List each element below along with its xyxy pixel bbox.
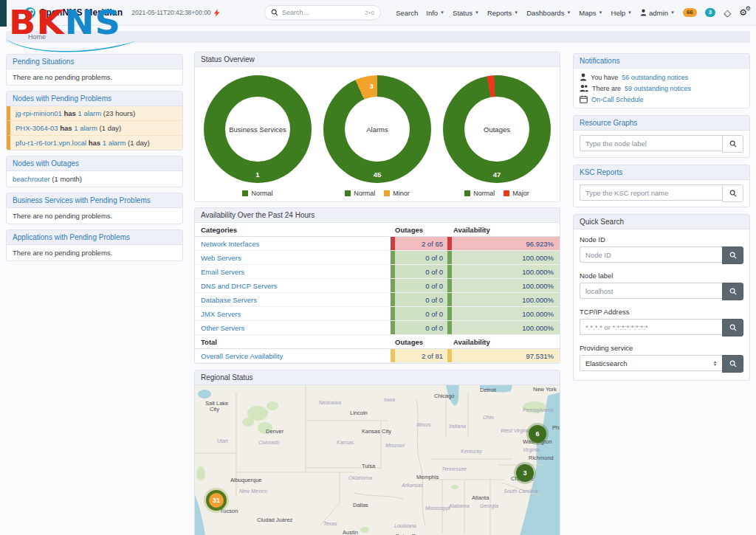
map-label: Atlanta xyxy=(472,494,489,501)
quick-search-button[interactable] xyxy=(722,246,743,264)
panel-title[interactable]: Nodes with Outages xyxy=(7,156,182,171)
map-marker-3[interactable]: 3 xyxy=(516,464,534,482)
user-icon xyxy=(640,9,647,16)
breadcrumb: Home xyxy=(6,31,750,43)
map-marker-6[interactable]: 6 xyxy=(529,425,546,443)
category-link[interactable]: Web Servers xyxy=(201,254,241,262)
quick-search-button[interactable] xyxy=(722,283,743,300)
global-search-input[interactable]: Search... 2+0 xyxy=(264,5,381,20)
map-state-label: Tennessee xyxy=(441,466,467,472)
panel-title[interactable]: Nodes with Pending Problems xyxy=(7,92,182,106)
availability-availability-cell: Availability xyxy=(447,223,560,236)
availability-category: Overall Service Availability xyxy=(195,349,391,362)
resource-graphs-input[interactable] xyxy=(580,135,722,151)
panel-title[interactable]: Business Services with Pending Problems xyxy=(7,193,182,208)
donut-value: 1 xyxy=(204,170,312,179)
node-link[interactable]: PHX-3064-03 xyxy=(16,124,58,132)
donut-outages[interactable]: Outages47 xyxy=(443,75,551,183)
notification-row: You have 56 outstanding notices xyxy=(574,72,749,83)
availability-outages-cell: 2 of 65 xyxy=(391,237,447,250)
ksc-reports-search-button[interactable] xyxy=(722,184,743,202)
providing-service-select[interactable]: Elasticsearch▲▼ xyxy=(580,355,722,371)
region-map[interactable]: Salt LakeCityDenverLincolnKansas CityChi… xyxy=(195,385,560,535)
resource-graphs-title[interactable]: Resource Graphs xyxy=(574,116,749,131)
left-panel-3: Business Services with Pending ProblemsT… xyxy=(6,193,183,224)
map-state-label: South Carolina xyxy=(504,489,537,494)
category-link[interactable]: JMX Servers xyxy=(201,310,241,318)
map-state-label: West Virginia xyxy=(501,428,531,433)
alarm-row: PHX-3064-03 has 1 alarm (1 day) xyxy=(7,121,182,136)
availability-outages-cell: 0 of 0 xyxy=(391,251,447,264)
notification-link[interactable]: 56 outstanding notices xyxy=(622,74,688,81)
notification-badge-2[interactable]: 3 xyxy=(705,8,715,17)
status-overview-panel: Status Overview Business Services1Normal… xyxy=(194,52,560,202)
category-link[interactable]: Other Servers xyxy=(201,324,244,332)
availability-availability-cell: 97.531% xyxy=(447,349,560,362)
map-label: City xyxy=(210,406,219,413)
donut-hole: Business Services xyxy=(225,97,290,162)
nav-item-label: Reports xyxy=(487,9,512,17)
donut-alarms[interactable]: Alarms453 xyxy=(323,75,431,183)
quick-search-input[interactable] xyxy=(580,246,722,263)
availability-row: Web Servers0 of 0100.000% xyxy=(195,251,560,265)
availability-availability-cell: 100.000% xyxy=(447,251,560,264)
map-label: Philadelphia xyxy=(552,424,560,431)
nav-item-reports[interactable]: Reports▼ xyxy=(487,9,518,17)
nav-item-help[interactable]: Help▼ xyxy=(611,9,633,17)
category-link[interactable]: Email Servers xyxy=(201,268,244,276)
legend-item: Normal xyxy=(345,190,375,197)
notification-link[interactable]: On-Call Schedule xyxy=(591,96,644,103)
map-label: Chicago xyxy=(434,393,455,399)
diamond-icon[interactable]: ◇ xyxy=(724,8,731,18)
ksc-reports-title[interactable]: KSC Reports xyxy=(574,165,749,180)
map-label: New York xyxy=(533,386,557,393)
quick-search-input[interactable] xyxy=(580,319,722,335)
nav-item-info[interactable]: Info▼ xyxy=(426,9,444,17)
resource-graphs-search-button[interactable] xyxy=(722,135,743,153)
flash-icon xyxy=(213,9,220,17)
brand[interactable]: OpenNMS Meridian xyxy=(24,7,123,18)
map-state-label: Pennsylvania xyxy=(523,407,554,413)
category-link[interactable]: Overall Service Availability xyxy=(201,352,283,360)
gears-icon[interactable]: ⚙⚙ xyxy=(739,7,747,18)
alarm-link[interactable]: 1 alarm xyxy=(78,109,102,117)
ksc-reports-input[interactable] xyxy=(580,184,722,201)
search-icon xyxy=(729,288,737,295)
nav-item-dashboards[interactable]: Dashboards▼ xyxy=(526,9,571,17)
node-link[interactable]: beachrouter xyxy=(13,175,50,183)
availability-total-row: TotalOutagesAvailability xyxy=(195,335,560,349)
alarm-link[interactable]: 1 alarm xyxy=(74,124,97,132)
node-link[interactable]: pfu-r1-r6-tor1.vpn.local xyxy=(16,139,86,147)
notifications-title[interactable]: Notifications xyxy=(574,54,749,69)
donut-hole: Alarms xyxy=(345,97,410,162)
alarm-link[interactable]: 1 alarm xyxy=(103,139,126,147)
node-link[interactable]: jg-rpi-minion01 xyxy=(16,109,62,117)
category-link[interactable]: Database Servers xyxy=(201,296,257,304)
nav-item-maps[interactable]: Maps▼ xyxy=(579,9,602,17)
map-marker-31[interactable]: 31 xyxy=(206,490,227,511)
notification-link[interactable]: 59 outstanding notices xyxy=(625,85,691,92)
outage-age: (1 month) xyxy=(50,175,82,183)
nav-item-search[interactable]: Search xyxy=(396,9,418,17)
nav-item-status[interactable]: Status▼ xyxy=(453,9,479,17)
breadcrumb-home[interactable]: Home xyxy=(28,33,46,41)
map-state-label: Virginia xyxy=(523,447,540,452)
ksc-reports-panel: KSC Reports xyxy=(573,165,750,207)
nav-item-admin[interactable]: admin▼ xyxy=(640,9,675,17)
notification-badge-1[interactable]: 66 xyxy=(683,8,697,17)
notification-prefix: You have xyxy=(591,74,618,81)
donut-business-services[interactable]: Business Services1 xyxy=(204,75,312,183)
nav-item-label: Status xyxy=(453,9,472,17)
panel-title[interactable]: Applications with Pending Problems xyxy=(7,230,182,245)
quick-search-button[interactable] xyxy=(722,355,743,373)
donut-center-label: Outages xyxy=(484,125,510,134)
quick-search-control: Elasticsearch▲▼ xyxy=(580,355,743,373)
panel-title[interactable]: Pending Situations xyxy=(7,55,182,69)
quick-search-button[interactable] xyxy=(722,319,743,336)
category-link[interactable]: Network Interfaces xyxy=(201,240,259,248)
search-icon xyxy=(729,360,737,367)
quick-search-input[interactable] xyxy=(580,283,722,299)
donut-value: 45 xyxy=(323,170,431,179)
select-value: Elasticsearch xyxy=(585,359,628,367)
category-link[interactable]: DNS and DHCP Servers xyxy=(201,282,277,290)
